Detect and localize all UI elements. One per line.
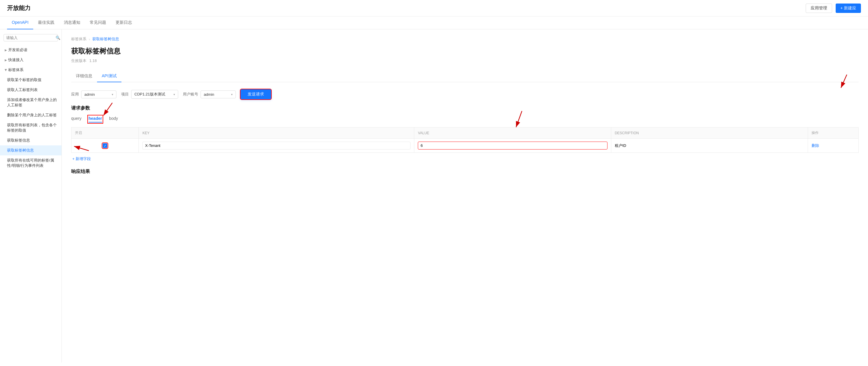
sidebar-group-tags-label: 标签体系 <box>8 67 24 72</box>
add-field-button[interactable]: + 新增字段 <box>71 156 859 162</box>
arrow-icon: ▶ <box>5 59 7 62</box>
param-tab-header[interactable]: header <box>89 116 102 123</box>
send-request-button[interactable]: 发送请求 <box>241 89 271 99</box>
svg-line-5 <box>516 111 522 127</box>
table-row: 删除 <box>71 139 859 153</box>
col-header-enabled: 开启 <box>71 128 139 139</box>
tab-detail[interactable]: 详细信息 <box>71 70 97 82</box>
params-table: 开启 KEY VALUE DESCRIPTION 操作 <box>71 127 859 153</box>
content-tabs: 详细信息 API测试 <box>71 70 859 82</box>
breadcrumb-parent[interactable]: 标签体系 <box>71 36 87 42</box>
search-box[interactable]: 🔍 <box>3 34 58 41</box>
project-select-value: CDP1.21版本测试 <box>134 92 171 97</box>
col-header-action: 操作 <box>808 128 858 139</box>
version-info: 生效版本 1.18 <box>71 58 859 63</box>
app-field-group: 应用 admin ▾ <box>71 91 117 98</box>
version-label: 生效版本 <box>71 59 87 63</box>
sidebar-item-all-tags[interactable]: 获取所有标签列表，包含各个标签的取值 <box>0 120 61 135</box>
user-field-group: 用户账号 admin ▾ <box>183 91 236 98</box>
nav-tabs: OpenAPI 最佳实践 消息通知 常见问题 更新日志 <box>0 16 868 29</box>
breadcrumb-separator: › <box>89 37 90 41</box>
api-controls: 应用 admin ▾ 项目 CDP1.21版本测试 ▾ 用户账号 <box>71 89 859 99</box>
sidebar: 🔍 ▶ 开发前必读 ▶ 快速接入 ▶ 标签体系 获取某个标签的取值 获取人工标签… <box>0 29 62 363</box>
manage-button[interactable]: 应用管理 <box>806 3 832 13</box>
project-label: 项目 <box>121 92 129 97</box>
chevron-down-icon: ▾ <box>231 93 232 96</box>
response-section: 响应结果 <box>71 169 859 175</box>
arrow-down-icon: ▶ <box>4 69 8 71</box>
chevron-down-icon: ▾ <box>174 93 175 96</box>
col-header-description: DESCRIPTION <box>611 128 808 139</box>
enabled-checkbox[interactable] <box>103 143 107 148</box>
sidebar-item-tag-tree[interactable]: 获取标签树信息 <box>0 145 61 155</box>
value-input[interactable] <box>418 141 607 149</box>
nav-tab-faq[interactable]: 常见问题 <box>85 16 111 29</box>
description-cell <box>611 139 808 153</box>
tab-api-test[interactable]: API测试 <box>97 70 121 82</box>
search-input[interactable] <box>6 36 56 40</box>
page-title: 获取标签树信息 <box>71 46 859 56</box>
nav-tab-notifications[interactable]: 消息通知 <box>59 16 85 29</box>
sidebar-group-prereqs[interactable]: ▶ 开发前必读 <box>0 45 61 55</box>
param-tab-query[interactable]: query <box>71 116 82 123</box>
project-field-group: 项目 CDP1.21版本测试 ▾ <box>121 90 178 99</box>
top-bar-actions: 应用管理 + 新建应 <box>806 3 861 13</box>
user-select[interactable]: admin ▾ <box>200 91 236 98</box>
sidebar-item-online-tags[interactable]: 获取所有在线可用的标签/属性/明细/行为事件列表 <box>0 155 61 171</box>
param-tab-body[interactable]: body <box>109 116 118 123</box>
breadcrumb: 标签体系 › 获取标签树信息 <box>71 36 859 42</box>
sidebar-item-manual-list[interactable]: 获取人工标签列表 <box>0 85 61 95</box>
layout: 🔍 ▶ 开发前必读 ▶ 快速接入 ▶ 标签体系 获取某个标签的取值 获取人工标签… <box>0 29 868 363</box>
sidebar-item-delete[interactable]: 删除某个用户身上的人工标签 <box>0 110 61 120</box>
request-section: 请求参数 query header body <box>71 105 859 162</box>
enabled-cell <box>71 139 139 153</box>
sidebar-item-tag-info[interactable]: 获取标签信息 <box>0 135 61 145</box>
col-header-value: VALUE <box>414 128 611 139</box>
sidebar-group-quickstart-label: 快速接入 <box>8 57 24 63</box>
delete-link[interactable]: 删除 <box>811 143 819 148</box>
app-select[interactable]: admin ▾ <box>81 91 117 98</box>
param-tabs: query header body <box>71 116 118 123</box>
nav-tab-changelog[interactable]: 更新日志 <box>111 16 137 29</box>
arrow-icon: ▶ <box>5 48 7 52</box>
version-value: 1.18 <box>89 59 97 63</box>
nav-tab-openapi[interactable]: OpenAPI <box>7 16 33 29</box>
user-label: 用户账号 <box>183 92 198 97</box>
description-input[interactable] <box>615 144 804 148</box>
search-icon: 🔍 <box>56 36 60 40</box>
key-input[interactable] <box>142 141 410 149</box>
sidebar-item-add-modify[interactable]: 添加或者修改某个用户身上的人工标签 <box>0 95 61 110</box>
col-header-key: KEY <box>139 128 414 139</box>
sidebar-item-tag-value[interactable]: 获取某个标签的取值 <box>0 75 61 85</box>
app-select-value: admin <box>84 92 110 97</box>
response-title: 响应结果 <box>71 169 859 175</box>
app-label: 应用 <box>71 92 79 97</box>
project-select[interactable]: CDP1.21版本测试 ▾ <box>131 90 178 99</box>
value-cell <box>414 139 611 153</box>
key-cell <box>139 139 414 153</box>
sidebar-group-prereqs-label: 开发前必读 <box>8 47 27 53</box>
user-select-value: admin <box>204 92 229 97</box>
top-bar: 开放能力 应用管理 + 新建应 <box>0 0 868 16</box>
add-field-label: + 新增字段 <box>72 156 91 162</box>
sidebar-group-tags[interactable]: ▶ 标签体系 <box>0 65 61 75</box>
breadcrumb-current: 获取标签树信息 <box>92 36 119 42</box>
nav-tab-best-practice[interactable]: 最佳实践 <box>33 16 59 29</box>
action-cell: 删除 <box>808 139 858 153</box>
request-title: 请求参数 <box>71 105 859 111</box>
new-app-button[interactable]: + 新建应 <box>836 3 861 13</box>
chevron-down-icon: ▾ <box>112 93 113 96</box>
main-content: 标签体系 › 获取标签树信息 获取标签树信息 生效版本 1.18 详细信息 AP… <box>62 29 868 363</box>
sidebar-group-quickstart[interactable]: ▶ 快速接入 <box>0 55 61 65</box>
app-title: 开放能力 <box>7 4 31 12</box>
